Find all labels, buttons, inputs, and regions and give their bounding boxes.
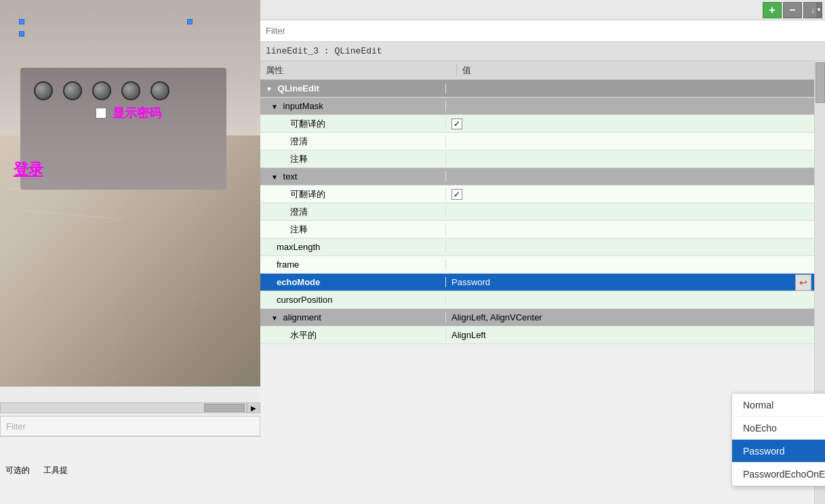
echomode-dropdown[interactable]: Normal NoEcho Password PasswordEchoOnEdi… xyxy=(731,393,825,486)
props-table-container: 属性 值 QLineEdit inputMask 可翻译的 ✓ xyxy=(260,61,825,504)
knob-4 xyxy=(121,81,140,100)
subgroup-alignment-name: alignment xyxy=(260,312,446,322)
prop-inputmask-translatable[interactable]: 可翻译的 ✓ xyxy=(260,115,825,133)
prop-text-comment[interactable]: 注释 xyxy=(260,221,825,238)
prop-text-clarify-name: 澄清 xyxy=(260,206,446,218)
canvas-prop-optional-label: 可选的 xyxy=(5,465,30,476)
prop-maxlength[interactable]: maxLength xyxy=(260,238,825,256)
object-info-bar: lineEdit_3 : QLineEdit xyxy=(260,42,825,61)
dropdown-arrow-icon: ▼ xyxy=(816,3,822,18)
prop-frame-name: frame xyxy=(260,259,446,270)
prop-inputmask-comment[interactable]: 注释 xyxy=(260,150,825,168)
filter-input[interactable] xyxy=(260,20,825,41)
prop-inputmask-clarify-name: 澄清 xyxy=(260,135,446,148)
prop-frame[interactable]: frame xyxy=(260,256,825,274)
dropdown-item-noecho-label: NoEcho xyxy=(743,423,777,434)
prop-inputmask-comment-name: 注释 xyxy=(260,153,446,165)
properties-panel: + − ↓ ▼ lineEdit_3 : QLineEdit 属性 值 QLin… xyxy=(260,0,825,504)
arrow-icon: ↓ xyxy=(811,5,815,15)
stove xyxy=(20,68,226,190)
knob-3 xyxy=(92,81,111,100)
show-password-checkbox[interactable] xyxy=(95,107,107,119)
knob-1 xyxy=(34,81,53,100)
filter-bar[interactable] xyxy=(260,20,825,42)
object-info-text: lineEdit_3 : QLineEdit xyxy=(266,46,382,56)
subgroup-inputmask-label: inputMask xyxy=(283,101,323,111)
prop-cursorposition-name: cursorPosition xyxy=(260,295,446,305)
dropdown-item-password-label: Password xyxy=(743,446,784,457)
subgroup-alignment-value: AlignLeft, AlignVCenter xyxy=(446,312,825,322)
prop-text-comment-name: 注释 xyxy=(260,224,446,236)
prop-echomode-value: Password xyxy=(446,277,825,287)
canvas-prop-col-1: 可选的 xyxy=(5,465,30,476)
prop-cursorposition[interactable]: cursorPosition xyxy=(260,291,825,309)
canvas-panel: 显示密码 登录 ▶ Filter 可选的 工具提 xyxy=(0,0,260,504)
selection-handle-tr[interactable] xyxy=(187,19,193,24)
canvas-prop-col-2: 工具提 xyxy=(43,465,68,476)
dropdown-item-password[interactable]: Password xyxy=(732,440,825,463)
knob-2 xyxy=(63,81,82,100)
subgroup-expand-icon xyxy=(271,103,278,110)
prop-text-translatable[interactable]: 可翻译的 ✓ xyxy=(260,186,825,203)
group-qlineedit-name: QLineEdit xyxy=(260,83,446,93)
group-qlineedit[interactable]: QLineEdit xyxy=(260,80,825,98)
checkmark-text-translatable[interactable]: ✓ xyxy=(451,189,462,200)
prop-horizontal-name: 水平的 xyxy=(260,329,446,341)
subgroup-alignment[interactable]: alignment AlignLeft, AlignVCenter xyxy=(260,309,825,327)
subgroup-text-label: text xyxy=(283,171,298,182)
props-scrollbar-thumb[interactable] xyxy=(816,62,825,103)
prop-inputmask-translatable-name: 可翻译的 xyxy=(260,118,446,130)
canvas-filter-bar: Filter xyxy=(0,416,260,436)
col-value-header: 值 xyxy=(457,64,825,77)
dropdown-item-normal-label: Normal xyxy=(743,400,773,411)
dropdown-item-passwordechoon-label: PasswordEchoOnEdit xyxy=(743,469,825,480)
remove-property-button[interactable]: − xyxy=(783,2,802,18)
canvas-prop-tool-label: 工具提 xyxy=(43,465,68,476)
show-password-label: 显示密码 xyxy=(113,105,161,121)
stove-knobs xyxy=(34,81,169,100)
arrow-button[interactable]: ↓ ▼ xyxy=(803,2,822,18)
dropdown-item-noecho[interactable]: NoEcho xyxy=(732,417,825,440)
scroll-arrow-right[interactable]: ▶ xyxy=(247,402,260,413)
prop-maxlength-name: maxLength xyxy=(260,242,446,252)
props-table-header: 属性 值 xyxy=(260,61,825,80)
login-button[interactable]: 登录 xyxy=(14,159,43,180)
canvas-scrollbar-thumb[interactable] xyxy=(204,404,245,412)
alignment-expand-icon xyxy=(271,314,278,322)
prop-horizontal[interactable]: 水平的 AlignLeft xyxy=(260,327,825,344)
prop-inputmask-translatable-value: ✓ xyxy=(446,119,825,129)
canvas-bottom-panel: ▶ Filter 可选的 工具提 xyxy=(0,386,260,504)
knob-5 xyxy=(150,81,169,100)
kitchen-background: 显示密码 登录 xyxy=(0,0,260,386)
dropdown-item-passwordechoon[interactable]: PasswordEchoOnEdit xyxy=(732,463,825,486)
prop-text-translatable-name: 可翻译的 xyxy=(260,188,446,201)
canvas-filter-placeholder: Filter xyxy=(6,421,26,432)
canvas-h-scrollbar[interactable] xyxy=(0,402,247,413)
show-password-widget: 显示密码 xyxy=(95,105,161,121)
prop-text-translatable-value: ✓ xyxy=(446,189,825,200)
subgroup-inputmask[interactable]: inputMask xyxy=(260,98,825,115)
subgroup-text[interactable]: text xyxy=(260,168,825,186)
group-expand-icon xyxy=(266,85,273,93)
prop-echomode-name: echoMode xyxy=(260,277,446,287)
canvas-properties-bar: 可选的 工具提 xyxy=(0,436,260,504)
prop-inputmask-clarify[interactable]: 澄清 xyxy=(260,133,825,150)
prop-echomode[interactable]: echoMode Password ↩ xyxy=(260,274,825,291)
col-name-header: 属性 xyxy=(260,64,457,77)
subgroup-text-name: text xyxy=(260,171,446,182)
subgroup-inputmask-name: inputMask xyxy=(260,101,446,111)
selection-handle-tl[interactable] xyxy=(19,19,24,24)
prop-horizontal-value: AlignLeft xyxy=(446,330,825,340)
top-toolbar: + − ↓ ▼ xyxy=(260,0,825,20)
checkmark-inputmask-translatable[interactable]: ✓ xyxy=(451,119,462,129)
add-property-button[interactable]: + xyxy=(763,2,782,18)
prop-text-clarify[interactable]: 澄清 xyxy=(260,203,825,221)
group-qlineedit-label: QLineEdit xyxy=(278,83,319,93)
text-expand-icon xyxy=(271,173,278,181)
subgroup-alignment-label: alignment xyxy=(283,312,321,322)
reset-echomode-button[interactable]: ↩ xyxy=(795,274,811,291)
dropdown-item-normal[interactable]: Normal xyxy=(732,394,825,417)
selection-handle-ml[interactable] xyxy=(19,31,24,37)
